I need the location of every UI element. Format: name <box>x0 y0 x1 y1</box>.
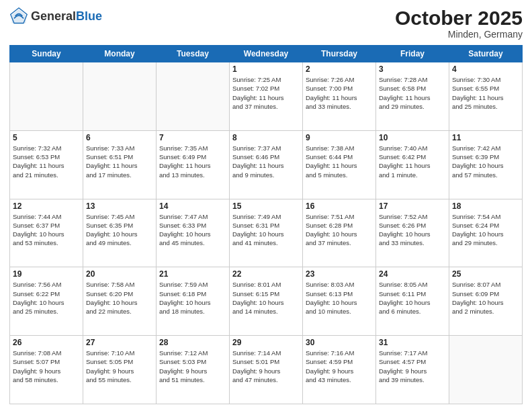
day-number: 20 <box>86 269 153 279</box>
day-cell: 12Sunrise: 7:44 AM Sunset: 6:37 PM Dayli… <box>10 199 83 267</box>
day-cell: 17Sunrise: 7:52 AM Sunset: 6:26 PM Dayli… <box>376 199 449 267</box>
calendar-table: SundayMondayTuesdayWednesdayThursdayFrid… <box>9 45 523 404</box>
day-info: Sunrise: 7:30 AM Sunset: 6:55 PM Dayligh… <box>452 75 519 111</box>
logo-general: General <box>31 10 76 22</box>
day-info: Sunrise: 7:58 AM Sunset: 6:20 PM Dayligh… <box>86 280 153 316</box>
location: Minden, Germany <box>395 29 523 40</box>
day-info: Sunrise: 7:35 AM Sunset: 6:49 PM Dayligh… <box>159 144 226 179</box>
week-row-3: 12Sunrise: 7:44 AM Sunset: 6:37 PM Dayli… <box>10 199 523 267</box>
day-cell: 3Sunrise: 7:28 AM Sunset: 6:58 PM Daylig… <box>376 62 449 131</box>
day-info: Sunrise: 7:38 AM Sunset: 6:44 PM Dayligh… <box>306 144 373 179</box>
day-number: 12 <box>13 201 80 211</box>
day-cell: 25Sunrise: 8:07 AM Sunset: 6:09 PM Dayli… <box>449 267 523 336</box>
day-info: Sunrise: 7:16 AM Sunset: 4:59 PM Dayligh… <box>306 349 373 384</box>
day-number: 2 <box>306 64 373 74</box>
logo: GeneralBlue <box>9 7 102 26</box>
logo-blue: Blue <box>76 10 102 22</box>
day-number: 29 <box>232 338 300 347</box>
weekday-header-thursday: Thursday <box>303 46 376 62</box>
day-info: Sunrise: 7:54 AM Sunset: 6:24 PM Dayligh… <box>452 212 519 248</box>
day-cell: 15Sunrise: 7:49 AM Sunset: 6:31 PM Dayli… <box>230 199 303 267</box>
day-number: 11 <box>452 133 519 142</box>
day-number: 25 <box>452 269 519 279</box>
day-number: 18 <box>452 201 519 211</box>
day-info: Sunrise: 7:45 AM Sunset: 6:35 PM Dayligh… <box>86 212 153 248</box>
day-info: Sunrise: 7:59 AM Sunset: 6:18 PM Dayligh… <box>159 280 226 316</box>
day-number: 31 <box>379 338 446 347</box>
day-cell: 19Sunrise: 7:56 AM Sunset: 6:22 PM Dayli… <box>10 267 83 336</box>
day-cell: 21Sunrise: 7:59 AM Sunset: 6:18 PM Dayli… <box>157 267 230 336</box>
day-cell: 24Sunrise: 8:05 AM Sunset: 6:11 PM Dayli… <box>376 267 449 336</box>
day-cell: 8Sunrise: 7:37 AM Sunset: 6:46 PM Daylig… <box>230 130 303 199</box>
day-number: 7 <box>159 133 226 142</box>
day-cell: 11Sunrise: 7:42 AM Sunset: 6:39 PM Dayli… <box>449 130 523 199</box>
day-number: 28 <box>159 338 226 347</box>
day-cell: 23Sunrise: 8:03 AM Sunset: 6:13 PM Dayli… <box>303 267 376 336</box>
day-cell <box>83 62 157 131</box>
day-cell: 28Sunrise: 7:12 AM Sunset: 5:03 PM Dayli… <box>157 336 230 404</box>
day-info: Sunrise: 7:44 AM Sunset: 6:37 PM Dayligh… <box>13 212 80 248</box>
day-cell <box>10 62 83 131</box>
day-cell: 10Sunrise: 7:40 AM Sunset: 6:42 PM Dayli… <box>376 130 449 199</box>
day-info: Sunrise: 7:40 AM Sunset: 6:42 PM Dayligh… <box>379 144 446 179</box>
weekday-header-friday: Friday <box>376 46 449 62</box>
day-info: Sunrise: 7:25 AM Sunset: 7:02 PM Dayligh… <box>232 75 300 111</box>
day-cell: 26Sunrise: 7:08 AM Sunset: 5:07 PM Dayli… <box>10 336 83 404</box>
day-info: Sunrise: 7:47 AM Sunset: 6:33 PM Dayligh… <box>159 212 226 248</box>
day-number: 24 <box>379 269 446 279</box>
day-number: 4 <box>452 64 519 74</box>
day-cell: 30Sunrise: 7:16 AM Sunset: 4:59 PM Dayli… <box>303 336 376 404</box>
day-info: Sunrise: 7:51 AM Sunset: 6:28 PM Dayligh… <box>306 212 373 248</box>
day-number: 27 <box>86 338 153 347</box>
day-info: Sunrise: 7:56 AM Sunset: 6:22 PM Dayligh… <box>13 280 80 316</box>
day-info: Sunrise: 7:12 AM Sunset: 5:03 PM Dayligh… <box>159 349 226 384</box>
week-row-1: 1Sunrise: 7:25 AM Sunset: 7:02 PM Daylig… <box>10 62 523 131</box>
day-number: 26 <box>13 338 80 347</box>
day-cell: 16Sunrise: 7:51 AM Sunset: 6:28 PM Dayli… <box>303 199 376 267</box>
day-info: Sunrise: 7:33 AM Sunset: 6:51 PM Dayligh… <box>86 144 153 179</box>
day-info: Sunrise: 7:42 AM Sunset: 6:39 PM Dayligh… <box>452 144 519 179</box>
day-cell: 27Sunrise: 7:10 AM Sunset: 5:05 PM Dayli… <box>83 336 157 404</box>
day-number: 1 <box>232 64 300 74</box>
day-number: 15 <box>232 201 300 211</box>
day-number: 3 <box>379 64 446 74</box>
day-cell <box>157 62 230 131</box>
day-number: 14 <box>159 201 226 211</box>
day-number: 21 <box>159 269 226 279</box>
month-title: October 2025 <box>395 7 523 29</box>
logo-text: GeneralBlue <box>31 10 102 22</box>
day-number: 22 <box>232 269 300 279</box>
title-block: October 2025 Minden, Germany <box>395 7 523 40</box>
day-number: 9 <box>306 133 373 142</box>
day-cell: 2Sunrise: 7:26 AM Sunset: 7:00 PM Daylig… <box>303 62 376 131</box>
weekday-header-wednesday: Wednesday <box>230 46 303 62</box>
day-number: 10 <box>379 133 446 142</box>
day-cell: 1Sunrise: 7:25 AM Sunset: 7:02 PM Daylig… <box>230 62 303 131</box>
day-info: Sunrise: 7:26 AM Sunset: 7:00 PM Dayligh… <box>306 75 373 111</box>
day-cell: 6Sunrise: 7:33 AM Sunset: 6:51 PM Daylig… <box>83 130 157 199</box>
day-info: Sunrise: 7:32 AM Sunset: 6:53 PM Dayligh… <box>13 144 80 179</box>
day-info: Sunrise: 7:52 AM Sunset: 6:26 PM Dayligh… <box>379 212 446 248</box>
day-info: Sunrise: 7:37 AM Sunset: 6:46 PM Dayligh… <box>232 144 300 179</box>
day-cell: 5Sunrise: 7:32 AM Sunset: 6:53 PM Daylig… <box>10 130 83 199</box>
day-cell: 9Sunrise: 7:38 AM Sunset: 6:44 PM Daylig… <box>303 130 376 199</box>
day-cell: 22Sunrise: 8:01 AM Sunset: 6:15 PM Dayli… <box>230 267 303 336</box>
header: GeneralBlue October 2025 Minden, Germany <box>9 7 523 40</box>
day-number: 23 <box>306 269 373 279</box>
day-cell: 29Sunrise: 7:14 AM Sunset: 5:01 PM Dayli… <box>230 336 303 404</box>
day-number: 6 <box>86 133 153 142</box>
week-row-5: 26Sunrise: 7:08 AM Sunset: 5:07 PM Dayli… <box>10 336 523 404</box>
day-number: 13 <box>86 201 153 211</box>
day-info: Sunrise: 8:01 AM Sunset: 6:15 PM Dayligh… <box>232 280 300 316</box>
weekday-header-saturday: Saturday <box>449 46 523 62</box>
day-number: 8 <box>232 133 300 142</box>
day-info: Sunrise: 8:03 AM Sunset: 6:13 PM Dayligh… <box>306 280 373 316</box>
day-info: Sunrise: 7:28 AM Sunset: 6:58 PM Dayligh… <box>379 75 446 111</box>
weekday-header-sunday: Sunday <box>10 46 83 62</box>
day-info: Sunrise: 7:10 AM Sunset: 5:05 PM Dayligh… <box>86 349 153 384</box>
day-number: 16 <box>306 201 373 211</box>
day-info: Sunrise: 7:08 AM Sunset: 5:07 PM Dayligh… <box>13 349 80 384</box>
weekday-header-monday: Monday <box>83 46 157 62</box>
page: GeneralBlue October 2025 Minden, Germany… <box>0 0 532 411</box>
day-info: Sunrise: 8:07 AM Sunset: 6:09 PM Dayligh… <box>452 280 519 316</box>
